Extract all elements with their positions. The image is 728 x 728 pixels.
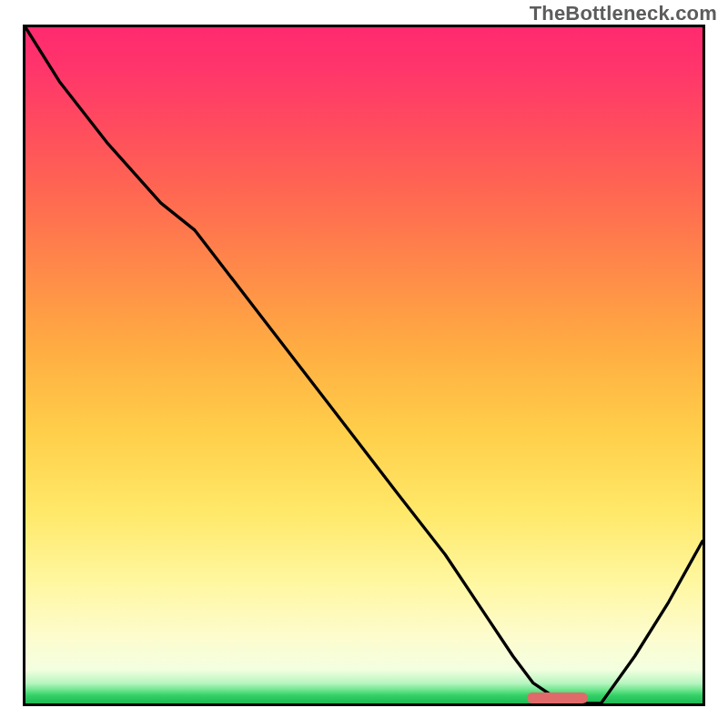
accent-marker — [527, 693, 588, 703]
watermark-text: TheBottleneck.com — [530, 2, 717, 25]
line-chart — [25, 27, 703, 703]
curve-path — [25, 27, 703, 703]
plot-area — [23, 25, 705, 706]
